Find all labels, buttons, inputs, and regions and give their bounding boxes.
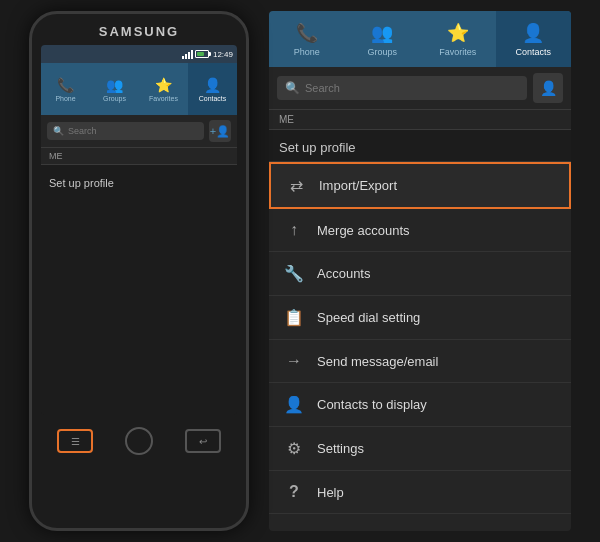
setup-profile-text-right: Set up profile [279,140,356,155]
brand-label: SAMSUNG [99,24,179,39]
nav-tabs-right: 📞 Phone 👥 Groups ⭐ Favorites 👤 Contacts [269,11,571,67]
setup-profile-small: Set up profile [41,165,237,415]
add-contact-btn-right[interactable]: 👤 [533,73,563,103]
tab-favorites-small[interactable]: ⭐ Favorites [139,63,188,115]
tab-contacts-small[interactable]: 👤 Contacts [188,63,237,115]
help-label: Help [317,485,344,500]
phone-bottom-controls: ☰ ↩ [41,419,237,463]
import-export-label: Import/Export [319,178,397,193]
menu-item-contacts-display[interactable]: 👤 Contacts to display [269,383,571,427]
import-export-icon: ⇄ [285,176,307,195]
nav-tabs-small: 📞 Phone 👥 Groups ⭐ Favorites 👤 Contacts [41,63,237,115]
clock: 12:49 [213,50,233,59]
tab-groups-small[interactable]: 👥 Groups [90,63,139,115]
search-input-small[interactable]: 🔍 Search [47,122,204,140]
setup-profile-text-small: Set up profile [49,177,114,189]
search-bar-right: 🔍 Search 👤 [269,67,571,110]
contacts-display-icon: 👤 [283,395,305,414]
back-icon: ↩ [199,436,207,447]
settings-label: Settings [317,441,364,456]
me-label-right: ME [269,110,571,130]
menu-item-merge-accounts[interactable]: ↑ Merge accounts [269,209,571,252]
status-bar: 12:49 [41,45,237,63]
add-contact-btn-small[interactable]: +👤 [209,120,231,142]
left-phone: SAMSUNG 12:49 📞 Phone [29,11,249,531]
menu-item-import-export[interactable]: ⇄ Import/Export [269,162,571,209]
search-placeholder-right: Search [305,82,340,94]
menu-icon: ☰ [71,436,80,447]
speed-dial-icon: 📋 [283,308,305,327]
help-icon: ? [283,483,305,501]
menu-button[interactable]: ☰ [57,429,93,453]
send-message-icon: → [283,352,305,370]
me-label-small: ME [41,148,237,165]
search-bar-small: 🔍 Search +👤 [41,115,237,148]
menu-item-accounts[interactable]: 🔧 Accounts [269,252,571,296]
tab-favorites-right[interactable]: ⭐ Favorites [420,11,496,67]
search-placeholder-small: Search [68,126,97,136]
phone-device: SAMSUNG 12:49 📞 Phone [29,11,571,531]
accounts-label: Accounts [317,266,370,281]
battery-indicator [195,50,209,58]
speed-dial-label: Speed dial setting [317,310,420,325]
accounts-icon: 🔧 [283,264,305,283]
setup-profile-right: Set up profile [269,130,571,162]
tab-phone-small[interactable]: 📞 Phone [41,63,90,115]
menu-item-help[interactable]: ? Help [269,471,571,514]
tab-groups-right[interactable]: 👥 Groups [345,11,421,67]
menu-item-speed-dial[interactable]: 📋 Speed dial setting [269,296,571,340]
back-button[interactable]: ↩ [185,429,221,453]
add-contact-icon-right: 👤 [540,80,557,96]
home-button[interactable] [125,427,153,455]
settings-icon: ⚙ [283,439,305,458]
search-input-right[interactable]: 🔍 Search [277,76,527,100]
tab-phone-right[interactable]: 📞 Phone [269,11,345,67]
menu-item-settings[interactable]: ⚙ Settings [269,427,571,471]
right-panel: 📞 Phone 👥 Groups ⭐ Favorites 👤 Contacts … [269,11,571,531]
merge-accounts-label: Merge accounts [317,223,410,238]
search-icon-small: 🔍 [53,126,64,136]
send-message-label: Send message/email [317,354,438,369]
menu-list: ⇄ Import/Export ↑ Merge accounts 🔧 Accou… [269,162,571,531]
signal-bars [182,50,193,59]
phone-screen: 12:49 📞 Phone 👥 Groups ⭐ Favorites 👤 [41,45,237,415]
merge-accounts-icon: ↑ [283,221,305,239]
contacts-display-label: Contacts to display [317,397,427,412]
menu-item-send-message[interactable]: → Send message/email [269,340,571,383]
search-icon-right: 🔍 [285,81,300,95]
tab-contacts-right[interactable]: 👤 Contacts [496,11,572,67]
